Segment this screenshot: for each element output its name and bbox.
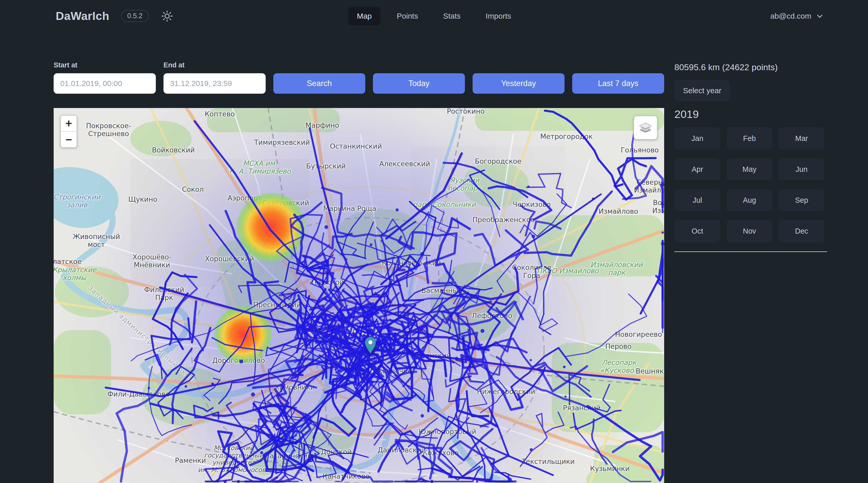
zoom-in-button[interactable]: + [61, 116, 76, 132]
version-badge: 0.5.2 [121, 10, 149, 22]
month-button-sep[interactable]: Sep [779, 189, 825, 212]
month-button-apr[interactable]: Apr [674, 158, 720, 181]
search-button[interactable]: Search [273, 73, 365, 94]
month-button-dec[interactable]: Dec [779, 220, 825, 242]
month-grid: JanFebMarAprMayJunJulAugSepOctNovDec [674, 127, 830, 242]
theme-toggle-button[interactable] [160, 9, 174, 23]
app-header: DaWarIch 0.5.2 Map Points Stats Imports … [0, 0, 868, 32]
month-button-nov[interactable]: Nov [726, 220, 772, 242]
layers-icon [638, 120, 653, 135]
tab-imports[interactable]: Imports [477, 7, 520, 25]
today-button[interactable]: Today [373, 73, 465, 94]
month-button-aug[interactable]: Aug [726, 189, 772, 212]
month-button-feb[interactable]: Feb [726, 127, 772, 150]
chevron-down-icon [815, 12, 824, 21]
main-nav: Map Points Stats Imports [348, 0, 520, 32]
end-at-field: End at [163, 61, 266, 94]
month-button-mar[interactable]: Mar [779, 127, 825, 150]
select-year-button[interactable]: Select year [674, 80, 730, 101]
start-at-field: Start at [54, 61, 156, 94]
month-button-jan[interactable]: Jan [674, 127, 720, 150]
filter-bar: Start at End at Search Today Yesterday L… [54, 61, 664, 94]
month-button-jul[interactable]: Jul [674, 189, 720, 212]
end-at-input[interactable] [163, 73, 266, 94]
year-heading: 2019 [674, 108, 830, 121]
user-email: ab@cd.com [770, 12, 811, 21]
map-canvas[interactable]: Покровское- СтрешневоКоптевоВойковскийТи… [54, 108, 664, 483]
tab-stats[interactable]: Stats [435, 7, 469, 25]
map-marker-pin[interactable] [365, 335, 376, 356]
month-button-may[interactable]: May [726, 158, 772, 181]
tab-map[interactable]: Map [348, 7, 380, 25]
user-menu[interactable]: ab@cd.com [770, 0, 824, 32]
end-at-label: End at [163, 61, 266, 69]
map-zoom-control: + − [60, 115, 77, 148]
month-button-jun[interactable]: Jun [779, 158, 825, 181]
right-sidebar: 80595.6 km (24622 points) Select year 20… [674, 62, 830, 252]
gps-tracks-layer [54, 108, 664, 483]
start-at-input[interactable] [54, 73, 156, 94]
start-at-label: Start at [54, 61, 156, 69]
distance-stats: 80595.6 km (24622 points) [674, 62, 830, 72]
zoom-out-button[interactable]: − [61, 132, 76, 147]
tab-points[interactable]: Points [388, 7, 427, 25]
sun-icon [161, 10, 173, 22]
sidebar-divider [674, 252, 827, 252]
map-layers-control[interactable] [633, 116, 657, 140]
brand: DaWarIch 0.5.2 [56, 0, 174, 32]
app-logo: DaWarIch [56, 9, 109, 23]
month-button-oct[interactable]: Oct [674, 220, 720, 242]
yesterday-button[interactable]: Yesterday [472, 73, 564, 94]
last-7-days-button[interactable]: Last 7 days [572, 73, 664, 94]
